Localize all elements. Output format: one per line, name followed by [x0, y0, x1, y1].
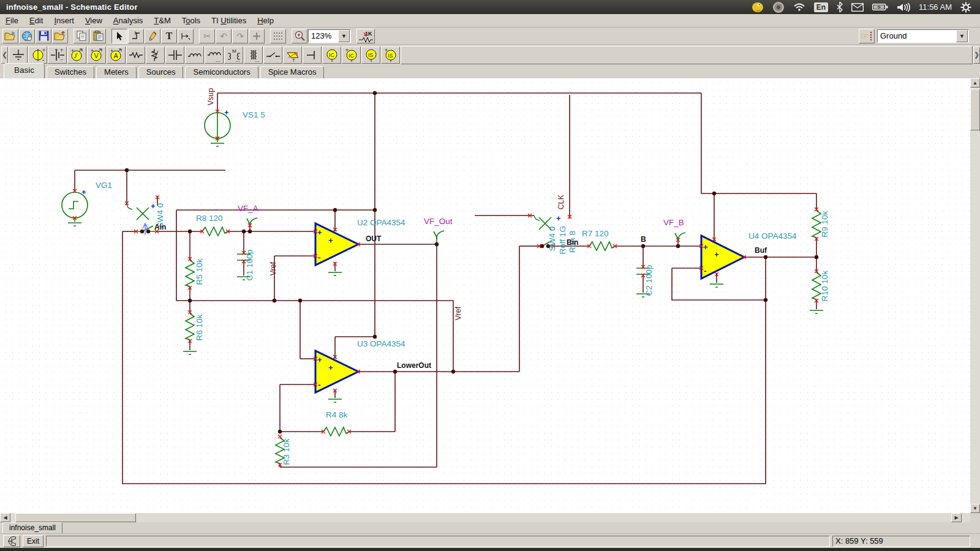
palette-controlled-source-ic-plus-button[interactable]: IC+ — [342, 47, 361, 64]
ground-symbol[interactable] — [328, 399, 342, 402]
palette-transformer-button[interactable]: ... — [244, 47, 263, 64]
component-select-combo[interactable]: Ground ▼ — [877, 29, 969, 43]
undo-button[interactable]: ↶ — [216, 29, 232, 43]
keyboard-layout-indicator[interactable]: En — [814, 2, 828, 12]
menu-tools[interactable]: Tools — [176, 15, 206, 26]
palette-switch-button[interactable] — [263, 47, 282, 64]
resistor-symbol[interactable] — [323, 427, 349, 436]
tray-app-icon[interactable] — [752, 2, 764, 13]
open-file-button[interactable] — [2, 29, 18, 43]
resistor-symbol[interactable] — [186, 313, 194, 340]
grid-toggle-button[interactable] — [270, 29, 286, 43]
volume-icon[interactable] — [897, 2, 910, 12]
redo-button[interactable]: ↷ — [232, 29, 248, 43]
clock[interactable]: 11:56 AM — [919, 2, 952, 12]
menu-ti-utilities[interactable]: TI Utilities — [206, 15, 252, 26]
dimension-tool-button[interactable] — [178, 29, 194, 43]
resistor-symbol[interactable] — [202, 227, 228, 236]
palette-ammeter-button[interactable]: A+ — [107, 47, 126, 64]
jumper-1k-tool-button[interactable]: 1K — [356, 29, 375, 43]
wire[interactable] — [123, 231, 766, 484]
import-file-button[interactable] — [52, 29, 68, 43]
document-tab[interactable]: infnoise_small — [2, 522, 62, 533]
resistor-symbol[interactable] — [589, 242, 615, 250]
selected-component-button[interactable] — [3, 535, 20, 547]
ground-symbol[interactable] — [183, 351, 197, 354]
zoom-dropdown-arrow-icon[interactable]: ▼ — [338, 30, 350, 42]
scroll-up-button[interactable]: ▲ — [970, 78, 980, 88]
text-tool-button[interactable]: T — [161, 29, 177, 43]
switch-symbol-left[interactable] — [127, 204, 149, 220]
component-select-arrow-icon[interactable]: ▼ — [956, 30, 968, 42]
scroll-left-button[interactable]: ◀ — [0, 513, 10, 522]
tab-basic[interactable]: Basic — [4, 63, 45, 78]
component-pointer-button[interactable]: ☞ — [859, 29, 875, 43]
ground-symbol[interactable] — [710, 284, 723, 287]
bluetooth-icon[interactable] — [837, 2, 843, 12]
palette-voltage-controlled-source-button[interactable]: T — [283, 47, 302, 64]
wire[interactable] — [701, 93, 816, 193]
palette-controlled-source-is-plus-button[interactable]: IS+ — [381, 47, 400, 64]
open-web-button[interactable] — [19, 29, 35, 43]
palette-inductor-button[interactable] — [185, 47, 204, 64]
mail-icon[interactable] — [851, 3, 864, 12]
palette-ground-button[interactable] — [9, 47, 28, 64]
cut-button[interactable]: ✂ — [199, 29, 215, 43]
menu-insert[interactable]: Insert — [48, 15, 80, 26]
palette-potentiometer-button[interactable] — [146, 47, 165, 64]
ground-symbol[interactable] — [328, 272, 342, 276]
ground-symbol[interactable] — [810, 310, 823, 313]
menu-help[interactable]: Help — [252, 15, 279, 26]
palette-battery-button[interactable]: +- — [48, 47, 67, 64]
session-gear-icon[interactable] — [960, 2, 971, 13]
menu-file[interactable]: File — [0, 15, 24, 26]
palette-voltage-generator-button[interactable]: + — [67, 47, 86, 64]
palette-voltmeter-button[interactable]: V+ — [87, 47, 106, 64]
palette-scroll-right-button[interactable]: ❯ — [973, 47, 980, 64]
zoom-level-input[interactable] — [309, 31, 338, 41]
battery-icon[interactable] — [872, 3, 888, 11]
resistor-symbol[interactable] — [812, 211, 821, 238]
snap-tool-button[interactable] — [249, 29, 265, 43]
tab-sources[interactable]: Sources — [138, 66, 184, 78]
wire-tool-button[interactable] — [128, 29, 144, 43]
horizontal-scroll-thumb[interactable] — [15, 513, 136, 522]
voltage-probe-symbol[interactable] — [434, 231, 444, 239]
menu-view[interactable]: View — [80, 15, 108, 26]
exit-button[interactable]: Exit — [23, 535, 43, 547]
horizontal-scrollbar[interactable]: ◀ ▶ — [0, 513, 970, 522]
tab-switches[interactable]: Switches — [47, 66, 94, 78]
voltage-probe-symbol[interactable] — [675, 233, 685, 241]
voltage-probe-symbol[interactable] — [247, 218, 257, 227]
schematic-canvas[interactable]: ++++++---++++VsupVS1 5VG1SW4 0AinR8 120V… — [0, 78, 970, 513]
paste-button[interactable] — [90, 29, 106, 43]
tab-spice-macros[interactable]: Spice Macros — [260, 66, 325, 78]
vertical-scroll-thumb[interactable] — [970, 89, 980, 130]
menu-t-m[interactable]: T&M — [148, 15, 176, 26]
wifi-icon[interactable] — [793, 2, 805, 12]
palette-coupled-inductor-button[interactable]: ... — [205, 47, 224, 64]
palette-mutual-inductance-button[interactable]: M... — [224, 47, 243, 64]
menu-edit[interactable]: Edit — [24, 15, 48, 26]
palette-controlled-source-ic-button[interactable]: IC — [322, 47, 341, 64]
save-button[interactable] — [36, 29, 51, 43]
pencil-tool-button[interactable] — [145, 29, 160, 43]
zoom-tool-button[interactable] — [292, 29, 307, 43]
ground-symbol[interactable] — [211, 143, 224, 146]
copy-button[interactable] — [74, 29, 89, 43]
vertical-scrollbar[interactable]: ▲ ▼ — [970, 78, 980, 513]
scroll-right-button[interactable]: ▶ — [951, 513, 962, 522]
zoom-level-combo[interactable]: ▼ — [308, 29, 351, 43]
ground-symbol[interactable] — [68, 223, 81, 226]
tray-volume-wheel-icon[interactable] — [772, 1, 785, 13]
menu-analysis[interactable]: Analysis — [108, 15, 148, 26]
palette-resistor-button[interactable] — [126, 47, 145, 64]
select-tool-button[interactable] — [111, 29, 127, 43]
palette-controlled-source-is-button[interactable]: IS — [361, 47, 380, 64]
tab-meters[interactable]: Meters — [96, 66, 137, 78]
palette-open-circuit-button[interactable] — [303, 47, 322, 64]
wire[interactable] — [176, 210, 190, 301]
palette-scroll-left-button[interactable]: ❮ — [1, 47, 8, 64]
scroll-down-button[interactable]: ▼ — [970, 504, 980, 513]
palette-voltage-source-button[interactable]: +- — [28, 47, 47, 64]
